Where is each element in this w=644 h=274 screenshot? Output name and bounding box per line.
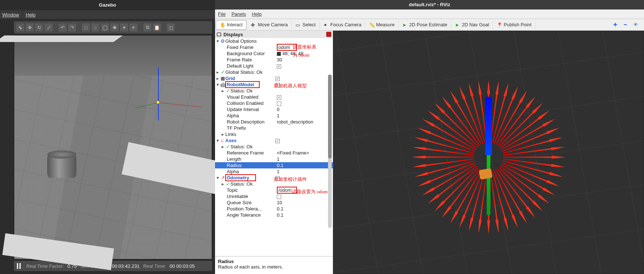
interact-button[interactable]: ✋Interact: [216, 20, 246, 30]
annotation-coord: 设置坐标系: [293, 44, 316, 50]
description-box: Radius Radius of each axis, in meters.: [215, 256, 333, 274]
robotmodel-highlight: RobotModel: [225, 81, 260, 88]
gazebo-menubar: Window Help: [0, 10, 215, 19]
select-button[interactable]: ▭Select: [292, 20, 320, 30]
pin-icon: 📍: [497, 22, 502, 27]
rviz-menu-help[interactable]: Help: [252, 11, 262, 17]
remove-display-icon[interactable]: ━: [624, 22, 627, 27]
rviz-menu-panels[interactable]: Panels: [231, 11, 246, 17]
rviz-toolbar: ✋Interact ✥Move Camera ▭Select ✦Focus Ca…: [215, 19, 644, 31]
gazebo-menu-window[interactable]: Window: [2, 12, 19, 18]
odometry-highlight: Odometry: [225, 174, 256, 181]
arrow-green-icon: ➤: [402, 22, 407, 27]
sphere-icon[interactable]: ○: [91, 23, 99, 31]
axes-icon: ⟀: [220, 138, 225, 143]
scale-icon[interactable]: ⤢: [45, 23, 53, 31]
odometry-icon: ↗: [220, 175, 225, 180]
box-icon[interactable]: □: [82, 23, 90, 31]
description-body: Radius of each axis, in meters.: [218, 264, 283, 270]
annotation-coord2: 为 odom: [293, 52, 309, 58]
close-icon[interactable]: [326, 32, 331, 37]
light-point-icon[interactable]: ✺: [110, 23, 118, 31]
rviz-viewport[interactable]: [333, 31, 644, 274]
ruler-icon: 📏: [369, 22, 374, 27]
copy-icon[interactable]: ⧉: [143, 23, 151, 31]
axis-y: [487, 149, 490, 215]
gazebo-toolbar: ⬉ ✥ ↻ ⤢ ↶ ↷ □ ○ ◯ ✺ ✦ ☀ ⧉ 📋 ◫: [14, 21, 212, 34]
pointer-icon[interactable]: ⬉: [16, 23, 24, 31]
add-display-icon[interactable]: ✚: [613, 22, 617, 27]
rotate-icon[interactable]: ↻: [35, 23, 43, 31]
redo-icon[interactable]: ↷: [68, 23, 76, 31]
rtf-label: Real Time Factor:: [26, 263, 64, 269]
select-icon: ▭: [295, 22, 301, 27]
check-icon: ✓: [225, 181, 230, 187]
gear-icon: ⚙: [220, 38, 225, 44]
scrollbar-thumb[interactable]: [328, 75, 332, 159]
axis-z: [485, 97, 492, 155]
gazebo-statusbar: Real Time Factor: 0.75 Sim Time: 00 00:0…: [14, 261, 212, 271]
focus-camera-button[interactable]: ✦Focus Camera: [320, 20, 365, 30]
move-camera-button[interactable]: ✥Move Camera: [247, 20, 292, 30]
annotation-topic: 话题设置为 odom: [292, 189, 328, 195]
gazebo-window: Gazebo Window Help ⬉ ✥ ↻ ⤢ ↶ ↷ □ ○ ◯ ✺ ✦…: [0, 0, 215, 274]
toggle-visibility-icon[interactable]: 👁: [633, 22, 638, 27]
rviz-menubar: File Panels Help: [215, 9, 644, 19]
realtime-label: Real Time:: [143, 263, 166, 269]
focus-icon: ✦: [323, 22, 328, 27]
rviz-window: default.rviz* - RViz File Panels Help ✋I…: [215, 0, 644, 274]
measure-button[interactable]: 📏Measure: [365, 20, 399, 30]
scrollbar[interactable]: [328, 75, 332, 228]
publish-point-button[interactable]: 📍Publish Point: [493, 20, 535, 30]
displays-panel: 🖵 Displays ▾⚙Global Options Fixed Frameo…: [215, 31, 333, 274]
nav-goal-button[interactable]: ➤2D Nav Goal: [451, 20, 493, 30]
undo-icon[interactable]: ↶: [59, 23, 67, 31]
check-icon: ✓: [220, 69, 225, 75]
check-icon: ✓: [225, 88, 230, 94]
move-icon[interactable]: ✥: [26, 23, 34, 31]
light-spot-icon[interactable]: ✦: [120, 23, 128, 31]
gazebo-menu-help[interactable]: Help: [26, 12, 35, 18]
rviz-title: default.rviz* - RViz: [215, 0, 644, 9]
cylinder-icon[interactable]: ◯: [101, 23, 109, 31]
gazebo-title: Gazebo: [0, 0, 215, 10]
robotmodel-icon: 🤖: [220, 82, 225, 87]
rviz-menu-file[interactable]: File: [218, 11, 226, 17]
paste-icon[interactable]: 📋: [153, 23, 161, 31]
light-dir-icon[interactable]: ☀: [129, 23, 138, 31]
move-camera-icon: ✥: [251, 22, 256, 27]
displays-tree[interactable]: ▾⚙Global Options Fixed Frameodom Backgro…: [215, 38, 333, 256]
displays-icon: 🖵: [216, 32, 221, 37]
annotation-addodom: 添加里程计插件: [274, 176, 307, 183]
grid-icon: ▦: [220, 76, 225, 81]
gazebo-viewport[interactable]: [14, 35, 212, 259]
pose-estimate-button[interactable]: ➤2D Pose Estimate: [399, 20, 451, 30]
check-icon: ✓: [225, 144, 230, 149]
gazebo-robot-marker: [156, 100, 160, 104]
gazebo-left-gutter[interactable]: [0, 35, 14, 259]
radius-row-selected[interactable]: Radius0.1: [215, 162, 333, 168]
hand-icon: ✋: [220, 22, 225, 27]
arrow-green-icon: ➤: [455, 22, 460, 27]
description-title: Radius: [218, 259, 234, 264]
annotation-addmodel: 添加机器人模型: [274, 83, 307, 89]
realtime-value: 00 00:03:05: [170, 263, 195, 269]
snap-icon[interactable]: ◫: [167, 23, 175, 31]
gazebo-cylinder-object: [47, 154, 76, 178]
pause-icon[interactable]: [17, 263, 23, 269]
displays-header: Displays: [223, 32, 243, 37]
